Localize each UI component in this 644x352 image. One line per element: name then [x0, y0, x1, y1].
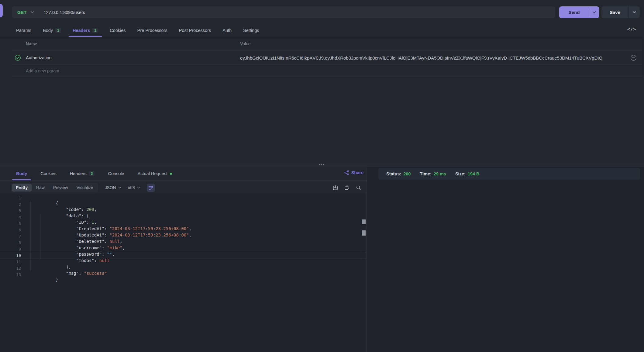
add-param-placeholder: Add a new param — [26, 68, 59, 73]
time-label: Time: — [420, 171, 431, 176]
size-label: Size: — [455, 171, 466, 176]
tab-label: Headers — [73, 28, 90, 33]
response-tab[interactable]: Cookies — [40, 167, 56, 180]
status-value: 200 — [403, 171, 411, 176]
method-selector[interactable]: GET — [17, 10, 27, 15]
scrollbar-mark[interactable] — [362, 230, 366, 236]
request-url[interactable]: 127.0.0.1:8090/users — [44, 10, 85, 15]
status-dot — [170, 173, 172, 175]
share-nodes-icon — [344, 170, 349, 175]
request-tab[interactable]: Post Processors — [179, 24, 211, 37]
tab-label: Actual Request — [138, 171, 167, 176]
response-body-editor[interactable]: 1 { 2 "code": 200, 3 — [0, 194, 367, 352]
scrollbar-track-border — [361, 194, 361, 352]
share-button[interactable]: Share — [344, 170, 363, 175]
code-view-icon[interactable]: </> — [627, 27, 636, 32]
request-tab[interactable]: Settings — [243, 24, 259, 37]
view-mode-option[interactable]: Pretty — [12, 184, 32, 192]
send-dropdown-chevron-icon[interactable] — [589, 6, 599, 18]
line-number: 6 — [0, 228, 21, 232]
remove-row-icon[interactable] — [630, 54, 637, 61]
scrollbar-mark[interactable] — [362, 219, 366, 224]
request-tab[interactable]: Params — [16, 24, 31, 37]
save-dropdown-chevron-icon[interactable] — [629, 6, 640, 18]
word-wrap-icon — [148, 185, 153, 190]
tab-count-badge: 1 — [55, 28, 61, 33]
line-number: 9 — [0, 247, 21, 251]
tab-label: Headers — [70, 171, 87, 176]
response-status-bar: Status: 200 Time: 29 ms Size: 194 B — [378, 168, 640, 180]
tab-label: Cookies — [110, 28, 126, 33]
tab-label: Body — [16, 171, 27, 176]
encoding-dropdown[interactable]: utf8 — [128, 185, 140, 190]
view-mode-label: Pretty — [16, 185, 28, 190]
save-button[interactable]: Save — [601, 6, 640, 18]
tab-label: Auth — [222, 28, 232, 33]
status-label: Status: — [386, 171, 401, 176]
tab-count-badge: 3 — [89, 171, 95, 176]
headers-table: Name Value Authorization eyJhbGciOiJIUzI… — [11, 37, 642, 77]
response-tabs: Body Cookies Headers 3 Console — [16, 167, 172, 180]
code-lines: 1 { 2 "code": 200, 3 — [0, 195, 367, 278]
name-column-header: Name — [26, 41, 37, 46]
chevron-down-icon — [118, 187, 121, 188]
line-number: 7 — [0, 234, 21, 239]
line-number: 8 — [0, 240, 21, 245]
send-button[interactable]: Send — [559, 6, 599, 18]
response-tabs-divider — [0, 180, 367, 181]
sidebar-active-indicator[interactable] — [0, 4, 3, 17]
response-size: Size: 194 B — [455, 171, 480, 176]
line-number: 2 — [0, 202, 21, 207]
response-panel: Body Cookies Headers 3 Console — [0, 167, 367, 352]
row-enabled-check-icon[interactable] — [15, 54, 21, 61]
status-code: Status: 200 — [386, 171, 411, 176]
search-icon[interactable] — [356, 185, 361, 190]
code-line[interactable]: 13 } — [0, 271, 367, 278]
tab-label: Console — [108, 171, 124, 176]
line-number: 5 — [0, 221, 21, 226]
request-tabs: Params Body 1 Headers 1 Cookies Pre Proc… — [16, 24, 259, 37]
tab-label: Post Processors — [179, 28, 211, 33]
size-value: 194 B — [468, 171, 480, 176]
table-header-row: Name Value — [11, 37, 642, 51]
view-mode-label: Visualize — [77, 185, 93, 190]
add-param-row[interactable]: Add a new param — [11, 65, 642, 77]
response-time: Time: 29 ms — [420, 171, 446, 176]
download-icon[interactable] — [333, 185, 338, 190]
word-wrap-toggle[interactable] — [147, 184, 155, 192]
request-tab[interactable]: Pre Processors — [137, 24, 167, 37]
request-tab[interactable]: Headers 1 — [73, 24, 98, 37]
code-token: } — [56, 277, 58, 282]
tab-label: Body — [43, 28, 53, 33]
table-row[interactable]: Authorization eyJhbGciOiJIUzI1NiIsInR5cC… — [11, 51, 642, 65]
share-label: Share — [351, 170, 363, 175]
tab-label: Params — [16, 28, 31, 33]
response-tab[interactable]: Console — [108, 167, 124, 180]
panel-splitter-handle[interactable]: ••• — [0, 163, 644, 167]
response-tab[interactable]: Actual Request — [138, 167, 172, 180]
response-tab[interactable]: Body — [16, 167, 27, 180]
view-mode-option[interactable]: Visualize — [73, 184, 97, 192]
header-name[interactable]: Authorization — [26, 55, 52, 60]
line-number: 11 — [0, 260, 21, 264]
view-mode-option[interactable]: Raw — [32, 184, 49, 192]
response-tab[interactable]: Headers 3 — [70, 167, 95, 180]
copy-icon[interactable] — [344, 185, 350, 190]
chevron-down-icon[interactable] — [31, 11, 34, 13]
request-tab[interactable]: Cookies — [110, 24, 126, 37]
request-tab[interactable]: Body 1 — [43, 24, 61, 37]
url-input[interactable]: GET 127.0.0.1:8090/users — [12, 6, 555, 18]
tab-label: Settings — [243, 28, 259, 33]
view-mode-label: Preview — [53, 185, 68, 190]
format-dropdown[interactable]: JSON — [105, 185, 121, 190]
value-column-header: Value — [240, 41, 251, 46]
header-value[interactable]: eyJhbGciOiJIUzI1NiIsInR5cCI6IkpXVCJ9.eyJ… — [240, 55, 624, 60]
time-value: 29 ms — [434, 171, 446, 176]
request-tab[interactable]: Auth — [222, 24, 232, 37]
code-text: } — [21, 267, 61, 282]
chevron-down-icon — [137, 187, 140, 188]
line-number: 4 — [0, 215, 21, 219]
send-button-label[interactable]: Send — [559, 6, 589, 18]
view-mode-option[interactable]: Preview — [49, 184, 72, 192]
save-button-label[interactable]: Save — [601, 6, 629, 18]
